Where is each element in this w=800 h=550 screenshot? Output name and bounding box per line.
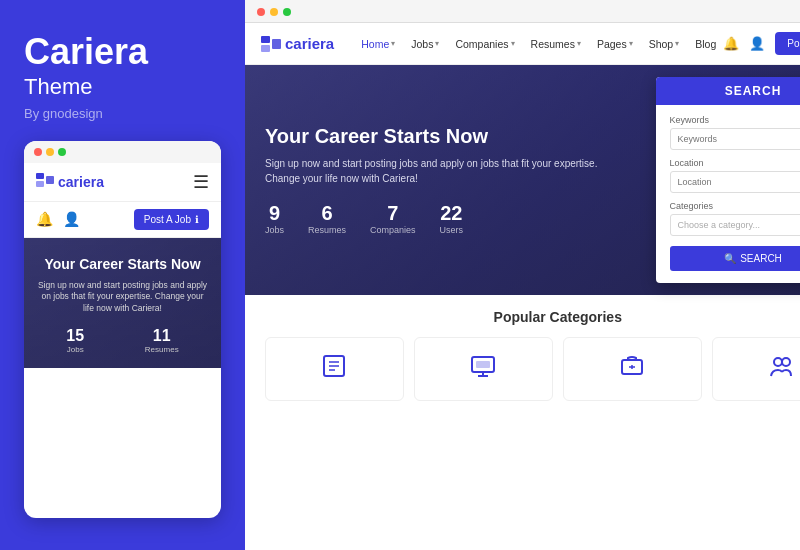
category-card-1[interactable] (414, 337, 553, 401)
hero-stat-companies-label: Companies (370, 225, 416, 235)
browser-chrome (245, 0, 800, 23)
hero-desc-line1: Sign up now and start posting jobs and a… (265, 158, 597, 169)
mobile-preview-card: cariera ☰ 🔔 👤 Post A Job ℹ Your Career S… (24, 141, 221, 518)
bell-icon[interactable]: 🔔 (36, 211, 53, 227)
hero-stat-jobs: 9 Jobs (265, 202, 284, 235)
nav-pages[interactable]: Pages ▾ (590, 34, 640, 54)
mobile-stat-resumes-label: Resumes (145, 345, 179, 354)
hero-stat-resumes-label: Resumes (308, 225, 346, 235)
location-label: Location (670, 158, 801, 168)
category-icon-1 (469, 352, 497, 386)
dot-red (34, 148, 42, 156)
categories-select[interactable]: Choose a category... (670, 214, 801, 236)
brand-subtitle: Theme (24, 74, 221, 100)
nav-right: 🔔 👤 Post A Job ℹ (723, 32, 800, 55)
nav-shop[interactable]: Shop ▾ (642, 34, 687, 54)
location-input[interactable] (670, 171, 801, 193)
categories-section: Popular Categories (245, 295, 800, 550)
post-job-button[interactable]: Post A Job ℹ (775, 32, 800, 55)
search-button[interactable]: 🔍 SEARCH (670, 246, 801, 271)
browser-dot-yellow (270, 8, 278, 16)
categories-grid (265, 337, 800, 401)
search-icon: 🔍 (724, 253, 736, 264)
mobile-hero: Your Career Starts Now Sign up now and s… (24, 238, 221, 369)
nav-links: Home ▾ Jobs ▾ Companies ▾ Resumes ▾ Page… (354, 34, 723, 54)
nav-resumes[interactable]: Resumes ▾ (524, 34, 588, 54)
mobile-stat-jobs-num: 15 (66, 327, 84, 345)
nav-jobs[interactable]: Jobs ▾ (404, 34, 446, 54)
mobile-logo-label: cariera (58, 174, 104, 190)
post-job-label: Post A Job (787, 38, 800, 49)
browser-dots (257, 8, 800, 16)
category-icon-2 (618, 352, 646, 386)
location-input-wrapper: ⊙ (670, 171, 801, 193)
brand-title: Cariera (24, 32, 221, 72)
desktop-logo-label: cariera (285, 35, 334, 52)
hero-stat-users-label: Users (440, 225, 464, 235)
mobile-post-job-button[interactable]: Post A Job ℹ (134, 209, 209, 230)
category-icon-0 (320, 352, 348, 386)
svg-rect-3 (261, 36, 270, 43)
mobile-nav: cariera ☰ (24, 163, 221, 202)
dot-yellow (46, 148, 54, 156)
browser-dot-red (257, 8, 265, 16)
hero-content: Your Career Starts Now Sign up now and s… (265, 125, 656, 235)
nav-blog[interactable]: Blog (688, 34, 723, 54)
desktop-preview: cariera Home ▾ Jobs ▾ Companies ▾ Resume… (245, 23, 800, 550)
category-card-3[interactable] (712, 337, 800, 401)
brand-by: By gnodesign (24, 106, 221, 121)
mobile-hero-title: Your Career Starts Now (36, 256, 209, 272)
mobile-post-job-label: Post A Job (144, 214, 191, 225)
search-btn-label: SEARCH (740, 253, 782, 264)
dot-green (58, 148, 66, 156)
mobile-stat-resumes-num: 11 (145, 327, 179, 345)
svg-rect-13 (476, 361, 490, 368)
nav-user-icon[interactable]: 👤 (749, 36, 765, 51)
hero-section: Your Career Starts Now Sign up now and s… (245, 65, 800, 295)
category-card-0[interactable] (265, 337, 404, 401)
category-card-2[interactable] (563, 337, 702, 401)
mobile-stat-jobs-label: Jobs (66, 345, 84, 354)
hero-stat-resumes-num: 6 (308, 202, 346, 225)
browser-dot-green (283, 8, 291, 16)
svg-rect-2 (46, 176, 54, 184)
info-icon: ℹ (195, 214, 199, 225)
hero-desc-line2: Change your life now with Cariera! (265, 173, 418, 184)
hero-stat-companies: 7 Companies (370, 202, 416, 235)
hero-stat-resumes: 6 Resumes (308, 202, 346, 235)
category-icon-3 (767, 352, 795, 386)
hero-stat-jobs-label: Jobs (265, 225, 284, 235)
mobile-action-icons: 🔔 👤 (36, 211, 80, 227)
mobile-hero-desc: Sign up now and start posting jobs and a… (36, 280, 209, 316)
mobile-stat-jobs: 15 Jobs (66, 327, 84, 354)
mobile-actions: 🔔 👤 Post A Job ℹ (24, 202, 221, 238)
mobile-card-dots (24, 141, 221, 163)
mobile-logo: cariera (36, 173, 104, 191)
nav-bell-icon[interactable]: 🔔 (723, 36, 739, 51)
search-box: SEARCH Keywords Location ⊙ Categories Ch… (656, 77, 801, 283)
mobile-stats: 15 Jobs 11 Resumes (36, 327, 209, 354)
right-panel: cariera Home ▾ Jobs ▾ Companies ▾ Resume… (245, 0, 800, 550)
nav-home[interactable]: Home ▾ (354, 34, 402, 54)
svg-rect-4 (261, 45, 270, 52)
categories-select-wrapper: Choose a category... ▾ (670, 214, 801, 236)
desktop-nav: cariera Home ▾ Jobs ▾ Companies ▾ Resume… (245, 23, 800, 65)
categories-title: Popular Categories (265, 309, 800, 325)
user-icon[interactable]: 👤 (63, 211, 80, 227)
svg-point-18 (782, 358, 790, 366)
hero-stat-users: 22 Users (440, 202, 464, 235)
svg-point-17 (774, 358, 782, 366)
categories-label: Categories (670, 201, 801, 211)
left-panel: Cariera Theme By gnodesign cariera ☰ (0, 0, 245, 550)
hero-title: Your Career Starts Now (265, 125, 636, 148)
nav-companies[interactable]: Companies ▾ (448, 34, 521, 54)
keywords-input[interactable] (670, 128, 801, 150)
desktop-logo: cariera (261, 35, 334, 52)
svg-rect-0 (36, 173, 44, 179)
mobile-logo-icon (36, 173, 54, 191)
svg-rect-5 (272, 39, 281, 49)
hero-desc: Sign up now and start posting jobs and a… (265, 156, 636, 186)
mobile-stat-resumes: 11 Resumes (145, 327, 179, 354)
hamburger-icon[interactable]: ☰ (193, 171, 209, 193)
search-header: SEARCH (656, 77, 801, 105)
